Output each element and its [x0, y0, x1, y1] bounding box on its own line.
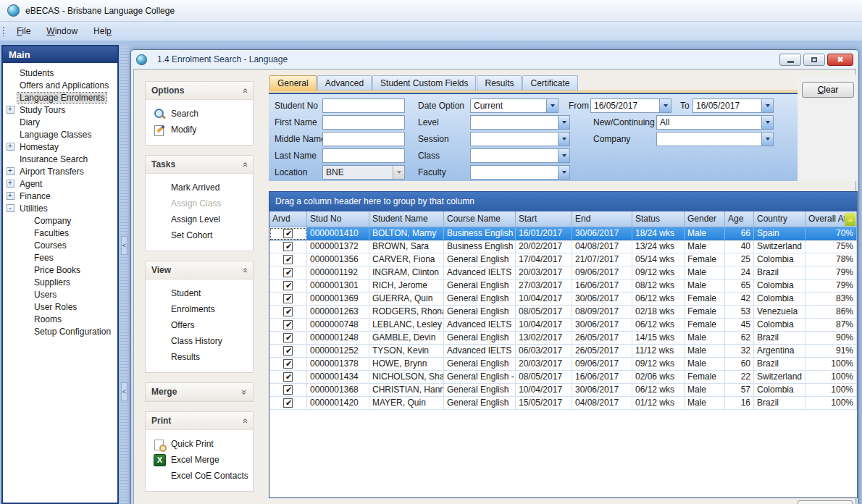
table-row[interactable]: 0000001372BROWN, SaraBusiness English PT…	[269, 240, 857, 253]
sidebar-item-diary[interactable]: Diary	[3, 116, 117, 128]
maximize-button[interactable]	[803, 54, 825, 66]
chevron-down-icon[interactable]: »	[239, 389, 250, 394]
nav-item-results[interactable]: Results	[146, 349, 253, 365]
expand-plus-icon[interactable]: +	[3, 192, 17, 200]
sidebar-item-study-tours[interactable]: +Study Tours	[3, 104, 117, 116]
sidebar-item-users[interactable]: Users	[3, 288, 117, 301]
arrived-checkbox[interactable]	[283, 385, 293, 395]
collapse-left-icon[interactable]: <	[121, 236, 127, 255]
nav-group-header-view[interactable]: View»	[146, 261, 253, 280]
dropdown-arrow-icon[interactable]	[558, 149, 569, 162]
sidebar-item-homestay[interactable]: +Homestay	[3, 140, 117, 153]
nav-item-excel-merge[interactable]: Excel Merge	[146, 452, 253, 468]
arrived-checkbox[interactable]	[283, 294, 293, 303]
company-combo[interactable]	[656, 132, 774, 146]
nav-group-header-print[interactable]: Print»	[146, 412, 253, 430]
session-combo[interactable]	[470, 132, 570, 146]
level-combo[interactable]	[470, 115, 570, 130]
tab-student-custom-fields[interactable]: Student Custom Fields	[372, 75, 476, 91]
new-continuing-combo[interactable]: All	[656, 115, 774, 130]
expand-plus-icon[interactable]: +	[3, 106, 17, 114]
nav-item-mark-arrived[interactable]: Mark Arrived	[146, 180, 253, 196]
sidebar-item-insurance-search[interactable]: Insurance Search	[3, 153, 117, 165]
tab-certificate[interactable]: Certificate	[522, 75, 577, 91]
table-row[interactable]: 0000001192INGRAM, ClintonAdvanced IELTS2…	[269, 266, 857, 280]
arrived-checkbox[interactable]	[283, 333, 293, 343]
column-header-country[interactable]: Country	[754, 211, 805, 227]
faculty-combo[interactable]	[470, 165, 570, 180]
date-option-combo[interactable]: Current	[470, 98, 558, 113]
tab-results[interactable]: Results	[477, 75, 522, 91]
nav-item-enrolments[interactable]: Enrolments	[146, 301, 253, 317]
sidebar-item-rooms[interactable]: Rooms	[3, 313, 117, 325]
chevron-up-icon[interactable]: »	[239, 418, 250, 423]
collapse-left-icon[interactable]: <	[121, 382, 127, 401]
sidebar-item-finance[interactable]: +Finance	[3, 190, 117, 202]
last-name-input[interactable]	[322, 148, 405, 163]
tab-advanced[interactable]: Advanced	[317, 75, 372, 91]
arrived-checkbox[interactable]	[283, 281, 293, 290]
dropdown-arrow-icon[interactable]	[659, 99, 671, 112]
column-header-arvd[interactable]: Arvd	[269, 211, 307, 227]
table-row[interactable]: 0000001369GUERRA, QuinGeneral English10/…	[269, 293, 857, 306]
column-header-course-name[interactable]: Course Name	[444, 211, 516, 227]
chevron-up-icon[interactable]: »	[239, 88, 250, 93]
sidebar-item-fees[interactable]: Fees	[3, 251, 117, 264]
nav-item-quick-print[interactable]: Quick Print	[146, 436, 253, 452]
sidebar-item-language-classes[interactable]: Language Classes	[3, 128, 117, 140]
footer-clear-button[interactable]: Clear	[798, 500, 853, 504]
table-row[interactable]: 0000001410BOLTON, MarnyBusiness English …	[269, 227, 857, 240]
sidebar-item-students[interactable]: Students	[3, 67, 117, 79]
sidebar-item-setup-configuration[interactable]: Setup Configuration	[3, 325, 117, 337]
sort-ascending-icon[interactable]	[845, 213, 855, 226]
arrived-checkbox[interactable]	[283, 372, 293, 382]
nav-item-class-history[interactable]: Class History	[146, 333, 253, 349]
minimize-button[interactable]	[779, 54, 801, 66]
first-name-input[interactable]	[322, 115, 405, 130]
clear-button[interactable]: Clear	[802, 82, 854, 98]
table-row[interactable]: 0000001248GAMBLE, DevinGeneral English13…	[269, 332, 857, 345]
dropdown-arrow-icon[interactable]	[558, 166, 569, 179]
table-row[interactable]: 0000001356CARVER, FionaGeneral English17…	[269, 253, 857, 266]
group-by-bar[interactable]: Drag a column header here to group by th…	[269, 192, 857, 211]
tab-general[interactable]: General	[269, 75, 317, 91]
column-header-end[interactable]: End	[572, 211, 632, 227]
sidebar-item-courses[interactable]: Courses	[3, 239, 117, 251]
menu-help[interactable]: Help	[85, 24, 120, 38]
expand-plus-icon[interactable]: +	[3, 180, 17, 188]
arrived-checkbox[interactable]	[283, 255, 293, 264]
nav-item-assign-level[interactable]: Assign Level	[146, 211, 253, 227]
sidebar-item-faculties[interactable]: Faculties	[3, 227, 117, 239]
sidebar-item-utilities[interactable]: -Utilities	[3, 202, 117, 214]
arrived-checkbox[interactable]	[283, 307, 293, 316]
class-combo[interactable]	[470, 148, 570, 163]
dropdown-arrow-icon[interactable]	[761, 99, 773, 112]
dropdown-arrow-icon[interactable]	[761, 133, 773, 146]
student-no-input[interactable]	[322, 98, 405, 113]
dropdown-arrow-icon[interactable]	[558, 133, 569, 146]
nav-item-excel-coe-contacts[interactable]: Excel CoE Contacts	[146, 468, 253, 484]
chevron-up-icon[interactable]: »	[239, 267, 250, 272]
chevron-up-icon[interactable]: »	[239, 161, 250, 167]
expand-plus-icon[interactable]: +	[3, 143, 17, 151]
sidebar-item-company[interactable]: Company	[3, 214, 117, 227]
sidebar-item-language-enrolments[interactable]: Language Enrolments	[3, 91, 117, 104]
sidebar-item-airport-transfers[interactable]: +Airport Transfers	[3, 165, 117, 177]
arrived-checkbox[interactable]	[283, 229, 293, 238]
sidebar-item-suppliers[interactable]: Suppliers	[3, 276, 117, 288]
dropdown-arrow-icon[interactable]	[761, 116, 773, 129]
column-header-student-name[interactable]: Student Name	[369, 211, 444, 227]
sidebar-item-user-roles[interactable]: User Roles	[3, 301, 117, 313]
column-header-start[interactable]: Start	[516, 211, 572, 227]
table-row[interactable]: 0000001420MAYER, QuinGeneral English15/0…	[269, 397, 857, 410]
table-row[interactable]: 0000001378HOWE, BrynnGeneral English20/0…	[269, 358, 857, 371]
collapse-minus-icon[interactable]: -	[3, 204, 17, 212]
middle-name-input[interactable]	[322, 132, 405, 146]
sidebar-item-agent[interactable]: +Agent	[3, 177, 117, 190]
arrived-checkbox[interactable]	[283, 242, 293, 251]
sidebar-item-price-books[interactable]: Price Books	[3, 264, 117, 276]
dropdown-arrow-icon[interactable]	[558, 116, 569, 129]
nav-item-search[interactable]: Search	[146, 106, 253, 122]
nav-item-set-cohort[interactable]: Set Cohort	[146, 227, 253, 243]
table-row[interactable]: 0000001301RICH, JeromeGeneral English27/…	[269, 280, 857, 293]
